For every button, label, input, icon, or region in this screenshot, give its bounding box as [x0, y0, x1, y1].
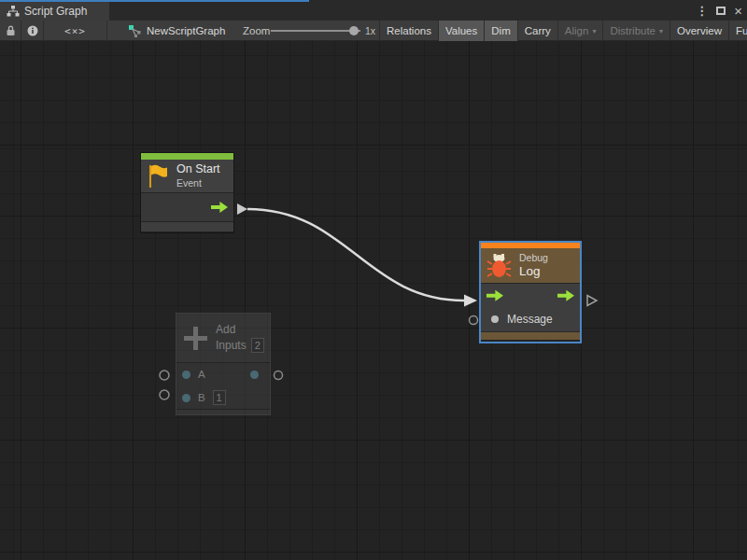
bug-icon [486, 253, 512, 279]
input-a-dot[interactable] [182, 371, 190, 379]
node-title: Add [216, 323, 264, 336]
graph-name-label: NewScriptGraph [147, 25, 225, 36]
debug-message-port [470, 316, 478, 325]
input-b-value-field[interactable]: 1 [213, 390, 226, 405]
lock-button[interactable] [0, 21, 21, 41]
add-output-port [275, 371, 283, 380]
zoom-label: Zoom [243, 21, 270, 41]
align-dropdown[interactable]: Align ▾ [557, 21, 603, 41]
graph-toolbar: <×> NewScriptGraph Zoom 1x Relations Val… [0, 21, 747, 41]
inputs-count-field[interactable]: 2 [251, 338, 264, 353]
graph-name-breadcrumb[interactable]: NewScriptGraph [129, 21, 225, 41]
node-subtitle: Inputs [216, 339, 247, 352]
node-footer [176, 409, 270, 414]
flow-output-arrow-icon[interactable] [557, 290, 574, 301]
flow-output-arrow-icon[interactable] [211, 202, 228, 213]
node-footer [141, 221, 233, 231]
script-graph-window: Script Graph ⋮ × <×> [0, 0, 747, 560]
code-preview-button[interactable]: <×> [44, 21, 107, 41]
graph-hierarchy-icon [7, 6, 20, 17]
lock-icon [6, 25, 16, 36]
input-a-label: A [198, 369, 205, 380]
zoom-value: 1x [365, 21, 375, 41]
node-category: Debug [519, 252, 548, 264]
node-subtitle: Event [176, 177, 220, 189]
message-port-dot[interactable] [491, 315, 499, 323]
add-input-a-port [160, 371, 169, 380]
distribute-dropdown[interactable]: Distribute ▾ [602, 21, 669, 41]
tab-strip: Script Graph ⋮ × [0, 0, 747, 21]
node-footer [481, 331, 580, 340]
node-on-start[interactable]: On Start Event [140, 152, 234, 233]
onstart-output-port [237, 203, 247, 215]
relations-toggle[interactable]: Relations [379, 21, 438, 41]
carry-toggle[interactable]: Carry [517, 21, 557, 41]
maximize-icon[interactable] [716, 7, 726, 15]
chevron-down-icon: ▾ [659, 27, 663, 35]
flag-icon [147, 163, 169, 189]
flow-input-arrow-icon[interactable] [486, 290, 503, 301]
plus-icon [184, 327, 207, 350]
info-button[interactable] [21, 21, 44, 41]
chevron-down-icon: ▾ [592, 27, 596, 35]
debug-output-port [587, 296, 597, 306]
zoom-slider[interactable] [271, 30, 360, 32]
info-icon [27, 25, 38, 36]
message-port-label: Message [507, 313, 553, 326]
node-debug-log[interactable]: Debug Log Message [479, 241, 582, 343]
toolbar-toggle-group: Relations Values Dim Carry Align ▾ Distr… [379, 21, 747, 41]
overview-button[interactable]: Overview [669, 21, 728, 41]
node-add[interactable]: Add Inputs 2 A B 1 [176, 313, 271, 415]
script-graph-asset-icon [129, 25, 141, 37]
flow-wire [247, 209, 464, 301]
output-dot[interactable] [250, 371, 259, 379]
node-title: Log [519, 264, 548, 279]
event-accent-bar [141, 153, 233, 160]
add-input-b-port [160, 390, 169, 399]
wire-overlay [0, 41, 747, 560]
close-icon[interactable]: × [734, 4, 742, 18]
dim-toggle[interactable]: Dim [484, 21, 516, 41]
tab-script-graph[interactable]: Script Graph [0, 2, 109, 21]
graph-canvas[interactable]: On Start Event Debug [0, 41, 747, 560]
window-menu-icon[interactable]: ⋮ [696, 5, 708, 17]
input-b-dot[interactable] [182, 394, 190, 402]
tab-title: Script Graph [24, 5, 87, 18]
node-title: On Start [176, 162, 220, 177]
values-toggle[interactable]: Values [438, 21, 484, 41]
fullscreen-button[interactable]: Full S [728, 21, 747, 41]
input-b-label: B [198, 392, 205, 403]
wire-arrowhead [464, 295, 477, 307]
zoom-slider-handle[interactable] [349, 26, 359, 35]
